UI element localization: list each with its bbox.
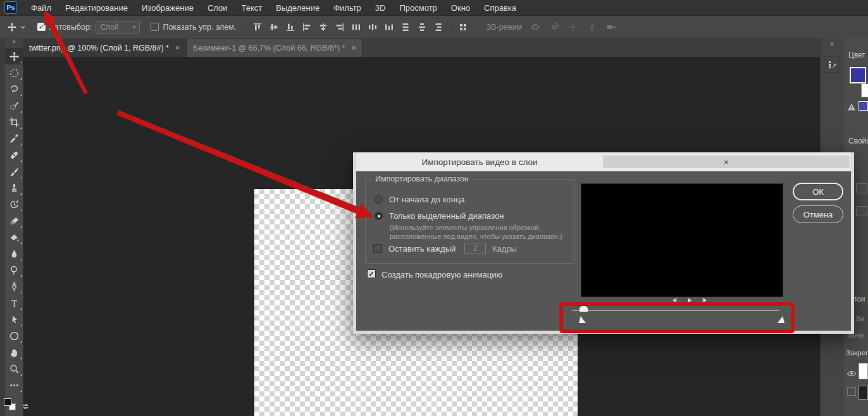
distribute-middle-icon[interactable]	[366, 20, 380, 34]
dodge-tool[interactable]	[5, 262, 23, 278]
zoom-tool[interactable]	[5, 360, 23, 377]
properties-field[interactable]	[856, 206, 867, 216]
3d-camera-icon[interactable]	[604, 20, 618, 34]
brush-tool[interactable]	[5, 163, 23, 180]
history-panel-icon[interactable]	[824, 56, 840, 73]
clone-stamp-tool[interactable]	[5, 180, 23, 196]
radio-selected-range-only[interactable]	[375, 212, 383, 220]
distribute-center-icon[interactable]	[415, 20, 429, 34]
menu-item-7[interactable]: 3D	[375, 3, 386, 13]
align-top-icon[interactable]	[251, 20, 264, 34]
radio-from-start-to-end-label[interactable]: От начала до конца	[389, 195, 465, 204]
distribute-grid-icon[interactable]	[456, 20, 470, 34]
separator	[145, 20, 146, 35]
3d-pan-icon[interactable]	[566, 20, 580, 34]
properties-field[interactable]	[856, 183, 867, 193]
type-tool[interactable]: T	[5, 295, 23, 311]
properties-panel-header[interactable]: Свойс	[848, 137, 868, 145]
foreground-color-well[interactable]	[850, 67, 866, 83]
auto-select-checkbox[interactable]: ✓	[37, 23, 46, 31]
eraser-tool[interactable]	[5, 212, 23, 229]
distribute-left-icon[interactable]	[399, 20, 412, 34]
path-selection-tool[interactable]	[5, 311, 23, 327]
align-left-icon[interactable]	[300, 20, 314, 34]
background-color-well[interactable]	[861, 83, 868, 97]
align-right-icon[interactable]	[333, 20, 347, 34]
menu-item-9[interactable]: Окно	[451, 3, 470, 13]
align-icons-group	[251, 20, 445, 34]
make-frame-animation-label[interactable]: Создать покадровую анимацию	[381, 270, 502, 279]
crop-tool[interactable]	[5, 114, 23, 130]
menu-item-10[interactable]: Справка	[484, 3, 516, 13]
paint-bucket-tool[interactable]	[5, 229, 23, 245]
ellipse-tool[interactable]	[5, 327, 23, 344]
limit-frames-label[interactable]: Оставить каждый	[388, 244, 456, 254]
toolbar-collapse-button[interactable]: »	[5, 38, 23, 48]
document-tab-1[interactable]: Безимени-1 @ 66,7% (Слой 66, RGB/8*) *×	[187, 39, 363, 57]
chevron-down-icon[interactable]	[19, 20, 27, 34]
pen-tool[interactable]	[5, 278, 23, 295]
swap-colors-icon[interactable]	[19, 400, 33, 413]
lasso-tool[interactable]	[5, 81, 23, 97]
align-bottom-icon[interactable]	[283, 20, 297, 34]
menu-item-2[interactable]: Изображение	[142, 3, 194, 13]
3d-slide-icon[interactable]	[585, 20, 599, 34]
dialog-title: Импортировать видео в слои	[356, 157, 603, 167]
separator	[32, 20, 32, 35]
tab-close-icon[interactable]: ×	[175, 44, 180, 52]
menu-bar: Ps ФайлРедактированиеИзображениеСлоиТекс…	[0, 0, 868, 15]
history-brush-tool[interactable]	[5, 196, 23, 212]
move-tool-options-icon[interactable]	[5, 20, 19, 34]
photoshop-logo-icon[interactable]: Ps	[4, 1, 17, 14]
auto-select-dropdown[interactable]: Слой ▾	[96, 21, 140, 34]
ok-button[interactable]: ОК	[793, 183, 843, 200]
limit-frames-input[interactable]	[464, 243, 486, 254]
radio-from-start-to-end[interactable]	[375, 195, 383, 204]
hand-tool[interactable]	[5, 344, 23, 360]
layers-filter-label[interactable]: Ви	[856, 315, 864, 322]
3d-rotate-icon[interactable]	[528, 20, 542, 34]
menu-item-1[interactable]: Редактирование	[65, 3, 128, 13]
marquee-tool[interactable]	[5, 64, 23, 81]
eyedropper-tool[interactable]	[5, 130, 23, 147]
menu-item-4[interactable]: Текст	[242, 3, 263, 13]
tool-bar: » T	[5, 38, 23, 416]
menu-item-5[interactable]: Выделение	[276, 3, 319, 13]
distribute-right-icon[interactable]	[431, 20, 445, 34]
document-tab-0[interactable]: twitter.png @ 100% (Слой 1, RGB/8#) *×	[23, 39, 187, 57]
menu-item-8[interactable]: Просмотр	[399, 3, 437, 13]
cancel-button[interactable]: Отмена	[793, 205, 843, 223]
align-center-icon[interactable]	[316, 20, 330, 34]
gamut-warning-icon[interactable]	[845, 100, 859, 114]
move-tool[interactable]	[5, 48, 23, 64]
radio-selected-range-only-label[interactable]: Только выделенный диапазон	[389, 211, 504, 221]
healing-brush-tool[interactable]	[5, 147, 23, 163]
layer-visibility-empty[interactable]	[847, 387, 856, 396]
layers-panel-header[interactable]: лои	[852, 295, 865, 303]
blur-tool[interactable]	[5, 245, 23, 262]
dialog-close-button[interactable]: ×	[603, 156, 850, 168]
annotation-highlight-rectangle	[559, 302, 795, 333]
3d-roll-icon[interactable]	[547, 20, 561, 34]
align-middle-icon[interactable]	[267, 20, 281, 34]
gamut-color-swatch[interactable]	[859, 101, 868, 111]
show-transform-controls-checkbox[interactable]	[151, 23, 159, 31]
menu-item-3[interactable]: Слои	[208, 3, 228, 13]
distribute-top-icon[interactable]	[349, 20, 363, 34]
quick-selection-tool[interactable]	[5, 97, 23, 114]
limit-frames-checkbox[interactable]	[373, 244, 382, 253]
color-panel-header[interactable]: Цвет	[848, 51, 865, 59]
layer-thumbnail[interactable]	[859, 363, 868, 379]
edit-toolbar-button[interactable]	[5, 377, 23, 393]
layer-visibility-eye-icon[interactable]	[845, 367, 859, 381]
foreground-color-swatch[interactable]	[4, 398, 11, 406]
frames-label: Кадры	[492, 244, 517, 254]
menu-item-6[interactable]: Фильтр	[333, 3, 361, 13]
dialog-title-bar[interactable]: Импортировать видео в слои ×	[356, 152, 851, 171]
dock-collapse-button[interactable]: «	[821, 38, 843, 47]
menu-item-0[interactable]: Файл	[31, 3, 51, 13]
tab-close-icon[interactable]: ×	[351, 44, 356, 52]
layer-thumbnail[interactable]	[859, 386, 868, 400]
distribute-bottom-icon[interactable]	[382, 20, 396, 34]
make-frame-animation-checkbox[interactable]: ✓	[367, 269, 376, 278]
